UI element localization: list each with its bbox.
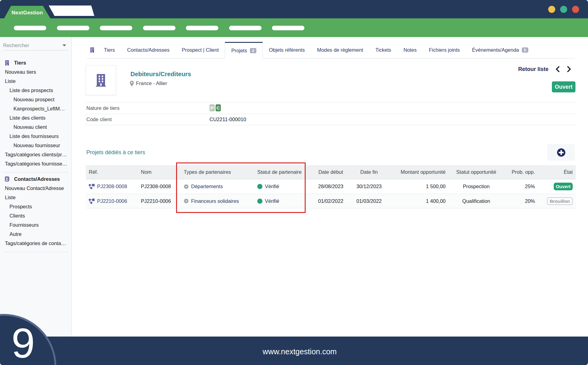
yellow-dot <box>548 6 555 13</box>
tab-label: Tickets <box>375 47 391 53</box>
column-header-statut-opportunit-[interactable]: Statut opportunité <box>449 169 504 175</box>
table-header-row: Réf.NomTypes de partenairesStatut de par… <box>86 165 576 179</box>
column-header-date-d-but[interactable]: Date début <box>309 169 352 175</box>
type-partenaire-cell: Financeurs solidaires <box>181 198 254 204</box>
tab-label: Contacts/Adresses <box>127 47 169 53</box>
sidebar-item[interactable]: Nouveau client <box>0 122 71 132</box>
column-header-statut-de-partenaire[interactable]: Statut de partenaire <box>254 169 309 175</box>
address-book-icon <box>5 176 9 182</box>
menu-pill-placeholder[interactable] <box>57 26 89 30</box>
sidebar-item[interactable]: Kanprospects_LeftM… <box>0 104 71 113</box>
search-placeholder: Rechercher <box>3 43 29 48</box>
ref-cell: PJ2210-0006 <box>86 198 138 204</box>
tab-label: Projets <box>231 48 247 54</box>
date-fin-cell: 30/12/2023 <box>352 184 386 189</box>
menu-pill-placeholder[interactable] <box>14 26 46 30</box>
menu-pill-placeholder[interactable] <box>272 26 304 30</box>
projects-section-title: Projets dédiés à ce tiers <box>86 149 145 156</box>
sidebar-item[interactable]: Nouveau Contact/Adresse <box>0 184 71 193</box>
sidebar-item[interactable]: Liste <box>0 193 71 202</box>
sidebar-item[interactable]: Fournisseurs <box>0 220 71 229</box>
sidebar-item[interactable]: Liste des prospects <box>0 86 71 95</box>
column-header-prob-opp-[interactable]: Prob. opp. <box>504 169 538 175</box>
tab-projets[interactable]: Projets2 <box>225 42 263 58</box>
project-ref-link[interactable]: PJ2210-0006 <box>97 198 127 204</box>
tab-notes[interactable]: Notes <box>397 42 423 58</box>
type-partenaire-text: Départements <box>191 184 223 189</box>
statut-partenaire-cell: Vérifié <box>254 184 309 189</box>
chevron-down-icon <box>62 44 66 47</box>
sidebar-item[interactable]: Autre <box>0 229 71 239</box>
add-project-button[interactable] <box>547 144 575 161</box>
building-icon <box>90 47 94 53</box>
column-header-types-de-partenaires[interactable]: Types de partenaires <box>181 169 254 175</box>
nom-cell: PJ2210-0006 <box>138 198 181 204</box>
back-to-list-link[interactable]: Retour liste <box>518 66 548 73</box>
tab-modes-de-r-glement[interactable]: Modes de règlement <box>311 42 369 58</box>
building-icon <box>96 74 106 87</box>
menu-pill-placeholder[interactable] <box>100 26 132 30</box>
divider <box>86 102 575 102</box>
sidebar-menu: TiersNouveau tiersListeListe des prospec… <box>0 58 71 254</box>
nature-badge-c: C <box>216 104 221 111</box>
tab-contacts-adresses[interactable]: Contacts/Adresses <box>121 42 175 58</box>
column-header-r-f-[interactable]: Réf. <box>86 169 138 175</box>
date-fin-cell: 01/03/2022 <box>352 198 386 204</box>
tab-prospect-client[interactable]: Prospect | Client <box>176 42 225 58</box>
tab--v-nements-agenda[interactable]: Événements/Agenda5 <box>466 42 534 58</box>
sidebar-group-tiers[interactable]: Tiers <box>0 58 71 67</box>
menu-pill-placeholder[interactable] <box>186 26 218 30</box>
sidebar-item[interactable]: Nouveau fournisseur <box>0 141 71 150</box>
column-header-montant-opportunit-[interactable]: Montant opportunité <box>386 169 449 175</box>
sidebar-item[interactable]: Tags/catégories fournisse… <box>0 159 71 168</box>
sidebar-item[interactable]: Tags/catégories clients/pr… <box>0 150 71 159</box>
menu-pill-placeholder[interactable] <box>143 26 175 30</box>
statut-partenaire-cell: Vérifié <box>254 198 309 204</box>
tab-tickets[interactable]: Tickets <box>369 42 398 58</box>
tab-objets-r-f-rents[interactable]: Objets référents <box>263 42 311 58</box>
menu-pill-placeholder[interactable] <box>229 26 262 30</box>
prob-cell: 25% <box>504 184 538 189</box>
tab-count-badge: 5 <box>522 47 528 53</box>
divider <box>86 125 575 125</box>
search-box[interactable]: Rechercher <box>3 41 69 50</box>
record-location-text: France - Allier <box>136 80 167 86</box>
type-partenaire-text: Financeurs solidaires <box>191 198 239 204</box>
divider <box>3 172 68 173</box>
tab-label: Modes de règlement <box>317 47 363 53</box>
sidebar-group-contacts[interactable]: Contacts/Adresses <box>0 174 71 184</box>
sidebar-item[interactable]: Tags/catégories de conta… <box>0 239 71 248</box>
sidebar-item[interactable]: Nouveau prospect <box>0 95 71 104</box>
nature-badge-p: P <box>209 104 215 111</box>
ref-cell: PJ2308-0008 <box>86 184 138 189</box>
statut-partenaire-text: Vérifié <box>265 198 279 204</box>
project-diagram-icon <box>89 184 95 189</box>
tab-home[interactable] <box>87 42 98 58</box>
sidebar-group-title: Contacts/Adresses <box>14 176 60 182</box>
statut-opportunite-cell: Qualification <box>449 198 504 204</box>
status-open-button[interactable]: Ouvert <box>552 81 575 92</box>
sidebar-item[interactable]: Liste des fournisseurs <box>0 132 71 141</box>
code-client-label: Code client <box>86 117 112 122</box>
previous-record-icon[interactable] <box>555 66 560 72</box>
tab-tiers[interactable]: Tiers <box>98 42 121 58</box>
plus-icon <box>557 148 565 157</box>
sidebar-item[interactable]: Prospects <box>0 202 71 211</box>
top-title-bar: NextGestion <box>0 0 588 18</box>
column-header-nom[interactable]: Nom <box>138 169 181 175</box>
montant-cell: 1 500,00 <box>386 184 449 189</box>
sidebar-item[interactable]: Clients <box>0 211 71 220</box>
column-header-date-fin[interactable]: Date fin <box>352 169 386 175</box>
date-debut-cell: 28/08/2023 <box>309 184 352 189</box>
sidebar-item[interactable]: Liste <box>0 76 71 86</box>
sidebar-item[interactable]: Nouveau tiers <box>0 67 71 76</box>
sidebar-item[interactable]: Liste des clients <box>0 113 71 122</box>
project-ref-link[interactable]: PJ2308-0008 <box>97 184 127 189</box>
tab-fichiers-joints[interactable]: Fichiers joints <box>423 42 466 58</box>
next-record-icon[interactable] <box>567 66 571 72</box>
column-header--tat[interactable]: État <box>538 169 576 175</box>
prob-cell: 20% <box>504 198 538 204</box>
table-row: PJ2308-0008PJ2308-0008DépartementsVérifi… <box>86 179 576 194</box>
red-dot <box>572 6 579 13</box>
tab-label: Tiers <box>104 47 115 53</box>
